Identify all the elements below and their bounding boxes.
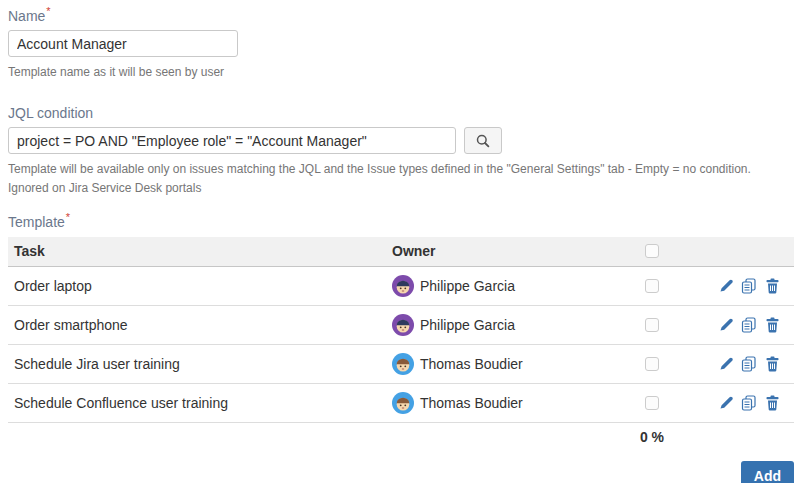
trash-icon: [765, 356, 780, 372]
jql-help-text: Template will be available only on issue…: [8, 160, 792, 198]
delete-button[interactable]: [764, 278, 780, 294]
owner-cell: Thomas Boudier: [392, 392, 602, 414]
duplicate-pages-icon: [741, 278, 757, 294]
pencil-icon: [719, 356, 734, 371]
template-label-text: Template: [8, 214, 65, 230]
user-avatar: [392, 314, 414, 336]
trash-icon: [765, 395, 780, 411]
row-actions-cell: [702, 356, 794, 372]
copy-button[interactable]: [741, 395, 757, 411]
table-footer-row: 0 %: [8, 423, 794, 451]
header-checkbox-cell: [602, 244, 702, 258]
task-column-header: Task: [8, 243, 392, 259]
jql-input[interactable]: [8, 127, 456, 154]
trash-icon: [765, 278, 780, 294]
template-label: Template*: [8, 214, 792, 231]
duplicate-pages-icon: [741, 395, 757, 411]
edit-button[interactable]: [718, 278, 734, 294]
row-checkbox-cell: [602, 357, 702, 371]
task-cell: Schedule Jira user training: [8, 356, 392, 372]
row-checkbox-cell: [602, 318, 702, 332]
delete-button[interactable]: [764, 317, 780, 333]
name-label-text: Name: [8, 8, 45, 24]
template-section: Template* Task Owner Order laptop: [8, 214, 792, 483]
copy-button[interactable]: [741, 317, 757, 333]
copy-button[interactable]: [741, 278, 757, 294]
owner-cell: Thomas Boudier: [392, 353, 602, 375]
task-cell: Schedule Confluence user training: [8, 395, 392, 411]
table-row: Schedule Confluence user training Thomas…: [8, 384, 794, 423]
row-checkbox[interactable]: [645, 318, 659, 332]
edit-button[interactable]: [718, 356, 734, 372]
owner-cell: Philippe Garcia: [392, 314, 602, 336]
jql-input-row: [8, 127, 792, 154]
table-row: Schedule Jira user training Thomas Boudi…: [8, 345, 794, 384]
owner-name: Thomas Boudier: [420, 356, 523, 372]
owner-name: Philippe Garcia: [420, 278, 515, 294]
name-field-section: Name* Template name as it will be seen b…: [8, 8, 792, 82]
pencil-icon: [719, 395, 734, 410]
progress-value: 0 %: [640, 429, 664, 445]
pencil-icon: [719, 278, 734, 293]
pencil-icon: [719, 317, 734, 332]
edit-button[interactable]: [718, 395, 734, 411]
owner-name: Thomas Boudier: [420, 395, 523, 411]
table-row: Order smartphone Philippe Garcia: [8, 306, 794, 345]
name-label: Name*: [8, 8, 792, 25]
required-asterisk: *: [46, 5, 50, 17]
row-checkbox-cell: [602, 279, 702, 293]
owner-column-header: Owner: [392, 243, 602, 259]
user-avatar: [392, 275, 414, 297]
magnifier-icon: [475, 133, 491, 149]
add-button[interactable]: Add: [741, 461, 794, 483]
owner-name: Philippe Garcia: [420, 317, 515, 333]
duplicate-pages-icon: [741, 356, 757, 372]
row-actions-cell: [702, 278, 794, 294]
task-cell: Order smartphone: [8, 317, 392, 333]
jql-label: JQL condition: [8, 105, 792, 122]
add-button-row: Add: [8, 461, 794, 483]
row-checkbox[interactable]: [645, 279, 659, 293]
task-cell: Order laptop: [8, 278, 392, 294]
table-row: Order laptop Philippe Garcia: [8, 267, 794, 306]
row-actions-cell: [702, 395, 794, 411]
row-checkbox[interactable]: [645, 357, 659, 371]
delete-button[interactable]: [764, 356, 780, 372]
row-actions-cell: [702, 317, 794, 333]
required-asterisk: *: [66, 211, 70, 223]
edit-button[interactable]: [718, 317, 734, 333]
delete-button[interactable]: [764, 395, 780, 411]
row-checkbox[interactable]: [645, 396, 659, 410]
owner-cell: Philippe Garcia: [392, 275, 602, 297]
user-avatar: [392, 392, 414, 414]
jql-search-button[interactable]: [464, 127, 502, 154]
user-avatar: [392, 353, 414, 375]
name-help-text: Template name as it will be seen by user: [8, 63, 792, 82]
duplicate-pages-icon: [741, 317, 757, 333]
jql-field-section: JQL condition Template will be available…: [8, 105, 792, 198]
table-header-row: Task Owner: [8, 237, 794, 267]
select-all-checkbox[interactable]: [645, 244, 659, 258]
task-table: Task Owner Order laptop Philippe Garcia: [8, 237, 794, 451]
copy-button[interactable]: [741, 356, 757, 372]
name-input[interactable]: [8, 30, 238, 57]
trash-icon: [765, 317, 780, 333]
row-checkbox-cell: [602, 396, 702, 410]
